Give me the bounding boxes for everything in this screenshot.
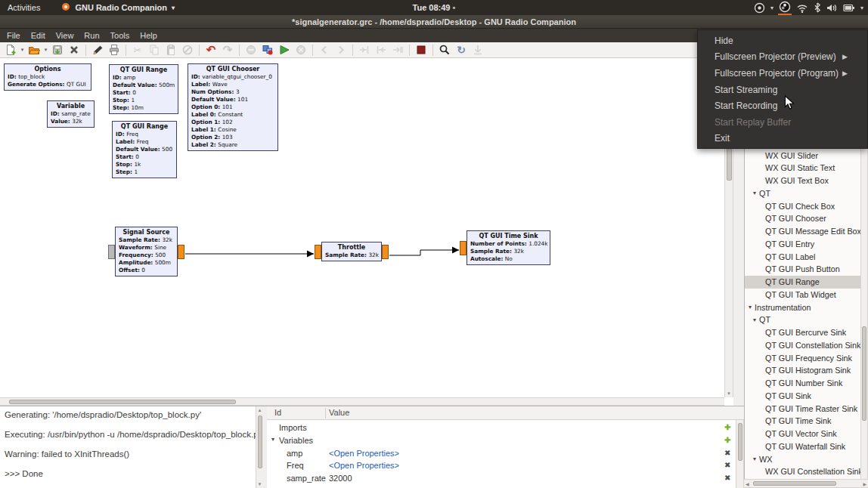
obs-icon[interactable] [779, 0, 791, 15]
block-tree-item[interactable]: QT GUI Push Button [745, 263, 861, 276]
block-tree-item[interactable]: ▾WX [745, 452, 861, 465]
block-tree-item[interactable]: QT GUI Sink [745, 389, 861, 402]
new-file-dropdown-icon[interactable]: ▾ [19, 43, 26, 57]
flowgraph-canvas[interactable]: OptionsID: top_blockGenerate Options: QT… [0, 58, 724, 397]
obs-menu-item-fullscreen-projector-preview-[interactable]: Fullscreen Projector (Preview)▶ [698, 49, 867, 66]
block-tree-item[interactable]: QT GUI Time Raster Sink [745, 402, 861, 415]
clock[interactable]: Tue 08:49 • [0, 3, 868, 12]
tree-expander-icon[interactable]: ▾ [753, 190, 756, 196]
variable-block[interactable]: VariableID: samp_rateValue: 32k [47, 100, 95, 128]
new-file-button[interactable] [2, 43, 19, 57]
caret-down-icon[interactable]: ▾ [770, 0, 773, 15]
qtgui-range-amp-block[interactable]: QT GUI RangeID: ampDefault Value: 500mSt… [109, 64, 178, 114]
volume-icon[interactable] [826, 0, 838, 15]
tree-expander-icon[interactable]: ▾ [753, 317, 756, 323]
block-tree-item[interactable]: QT GUI Number Sink [745, 377, 861, 390]
block-tree-item[interactable]: QT GUI Tab Widget [745, 288, 861, 301]
variables-row-freq[interactable]: Freq<Open Properties>✖ [267, 460, 744, 473]
block-tree-item[interactable]: ▾QT [745, 313, 861, 326]
variables-row-variables[interactable]: ▾Variables✚ [267, 435, 744, 448]
block-tree-item[interactable]: ▾Instrumentation [745, 301, 861, 313]
find-button[interactable] [436, 43, 453, 57]
output-port[interactable] [382, 245, 389, 259]
delete-icon[interactable]: ✖ [724, 474, 730, 482]
delete-icon[interactable]: ✖ [724, 461, 730, 469]
undo-button[interactable]: ↶ [203, 43, 219, 57]
caret-down-icon[interactable]: ▾ [860, 0, 863, 15]
sidebar-horizontal-scrollbar[interactable]: ◀ ▶ [744, 479, 868, 488]
bluetooth-icon[interactable] [814, 0, 821, 15]
variable-value[interactable]: <Open Properties> [329, 461, 399, 470]
menu-file[interactable]: File [2, 29, 26, 42]
block-tree-item[interactable]: QT GUI Time Sink [745, 415, 861, 428]
add-icon[interactable]: ✚ [724, 423, 730, 431]
menu-run[interactable]: Run [79, 29, 104, 42]
block-tree-item[interactable]: QT GUI Entry [745, 237, 861, 250]
tree-expander-icon[interactable]: ▾ [271, 436, 274, 443]
run-button[interactable] [276, 43, 293, 57]
block-tree-item[interactable]: QT GUI Frequency Sink [745, 351, 861, 364]
block-tree-item[interactable]: WX GUI Static Text [745, 162, 861, 175]
variables-row-amp[interactable]: amp<Open Properties>✖ [267, 448, 744, 461]
options-block[interactable]: OptionsID: top_blockGenerate Options: QT… [4, 63, 91, 91]
block-tree-item[interactable]: WX GUI Text Box [745, 175, 861, 187]
output-port[interactable] [178, 245, 184, 259]
tree-expander-icon[interactable]: ▾ [753, 456, 756, 462]
open-file-dropdown-icon[interactable]: ▾ [42, 43, 49, 57]
variables-row-samp_rate[interactable]: samp_rate32000✖ [267, 473, 744, 486]
qtgui-range-freq-block[interactable]: QT GUI RangeID: FreqLabel: FreqDefault V… [112, 121, 177, 178]
reload-button[interactable]: ↻ [453, 43, 470, 57]
canvas-horizontal-scrollbar[interactable] [0, 397, 724, 406]
input-port[interactable] [315, 245, 321, 259]
block-tree-item[interactable]: QT GUI Message Edit Box [745, 225, 861, 238]
block-tree-item[interactable]: QT GUI Vector Sink [745, 428, 861, 440]
menu-help[interactable]: Help [135, 29, 163, 42]
input-port[interactable] [108, 245, 115, 259]
column-header-id[interactable]: Id [274, 408, 281, 417]
block-tree-item[interactable]: WX GUI Slider [745, 149, 861, 162]
block-tree-item[interactable]: QT GUI Bercurve Sink [745, 326, 861, 339]
block-tree-item[interactable]: QT GUI Constellation Sink [745, 338, 861, 351]
save-button[interactable] [49, 43, 66, 57]
close-button[interactable] [66, 43, 82, 57]
obs-menu-item-fullscreen-projector-program-[interactable]: Fullscreen Projector (Program)▶ [698, 65, 867, 82]
block-tree-item[interactable]: QT GUI Waterfall Sink [745, 440, 861, 452]
obs-menu-item-hide[interactable]: Hide [698, 32, 867, 49]
print-button[interactable] [106, 43, 122, 57]
open-file-button[interactable] [26, 43, 42, 57]
obs-menu-item-start-recording[interactable]: Start Recording [698, 97, 867, 114]
edit-pen-button[interactable] [89, 43, 106, 57]
block-tree-item[interactable]: ▾QT [745, 187, 861, 199]
menu-tools[interactable]: Tools [105, 29, 135, 42]
menu-view[interactable]: View [51, 29, 79, 42]
block-tree-item[interactable]: QT GUI Chooser [745, 212, 861, 225]
variables-row-imports[interactable]: Imports✚ [267, 422, 744, 435]
block-tree-item[interactable]: QT GUI Check Box [745, 199, 861, 212]
block-tree-item[interactable]: QT GUI Range [745, 276, 861, 289]
blocks-button[interactable] [259, 43, 276, 57]
block-tree-item[interactable]: WX GUI Constellation Sink [745, 465, 861, 478]
signal-source-block[interactable]: Signal SourceSample Rate: 32kWaveform: S… [115, 227, 178, 276]
tree-expander-icon[interactable]: ▾ [749, 304, 752, 310]
menu-edit[interactable]: Edit [26, 29, 51, 42]
variables-panel-header[interactable]: Id Value [267, 406, 744, 420]
column-header-value[interactable]: Value [329, 408, 349, 417]
wifi-icon[interactable] [796, 0, 808, 15]
battery-icon[interactable] [843, 0, 855, 15]
obs-menu-item-start-streaming[interactable]: Start Streaming [698, 82, 867, 98]
variable-value[interactable]: <Open Properties> [329, 449, 399, 458]
throttle-block[interactable]: ThrottleSample Rate: 32k [321, 242, 382, 261]
qtgui-time-sink-block[interactable]: QT GUI Time SinkNumber of Points: 1.024k… [467, 230, 550, 265]
window-title-bar[interactable]: *signalgenerator.grc - /home/dspradio/De… [0, 15, 868, 29]
record-indicator-icon[interactable] [754, 0, 765, 15]
record-button[interactable] [413, 43, 429, 57]
block-tree-item[interactable]: QT GUI Label [745, 250, 861, 263]
block-tree-item[interactable]: QT GUI Histogram Sink [745, 364, 861, 377]
system-tray[interactable]: ▾▾ [754, 0, 863, 15]
variables-vertical-scrollbar[interactable] [736, 420, 744, 488]
delete-icon[interactable]: ✖ [724, 449, 730, 457]
qtgui-chooser-block[interactable]: QT GUI ChooserID: variable_qtgui_chooser… [188, 63, 278, 151]
input-port[interactable] [460, 241, 467, 255]
add-icon[interactable]: ✚ [724, 436, 730, 444]
obs-menu-item-exit[interactable]: Exit [698, 131, 867, 147]
